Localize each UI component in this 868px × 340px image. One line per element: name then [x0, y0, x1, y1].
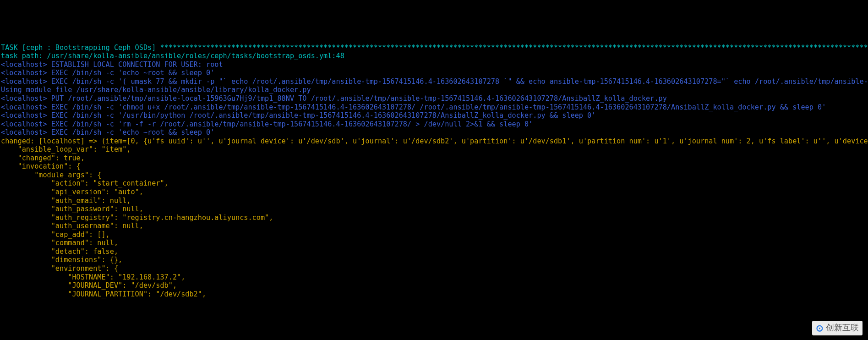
result-line: "dimensions": {},: [1, 256, 122, 264]
result-line: "environment": {: [1, 264, 118, 273]
result-line: "changed": true,: [1, 154, 85, 162]
log-line: <localhost> ESTABLISH LOCAL CONNECTION F…: [1, 60, 223, 69]
result-line: "command": null,: [1, 239, 118, 247]
log-line: <localhost> PUT /root/.ansible/tmp/ansib…: [1, 94, 667, 103]
result-line: "invocation": {: [1, 162, 81, 170]
log-line: <localhost> EXEC /bin/sh -c 'echo ~root …: [1, 69, 214, 77]
log-line: Using module file /usr/share/kolla-ansib…: [1, 86, 311, 94]
result-line: "auth_username": null,: [1, 222, 143, 230]
result-line: "cap_add": [],: [1, 230, 110, 239]
task-header-prefix: TASK [ceph : Bootstrapping Ceph OSDs]: [1, 44, 160, 52]
log-line: <localhost> EXEC /bin/sh -c 'rm -f -r /r…: [1, 120, 533, 128]
result-line: "ansible_loop_var": "item",: [1, 145, 131, 154]
result-line: "JOURNAL_PARTITION": "/dev/sdb2",: [1, 290, 206, 298]
result-line: "action": "start_container",: [1, 179, 169, 187]
result-line: "detach": false,: [1, 247, 118, 256]
result-line: "api_version": "auto",: [1, 188, 143, 196]
result-line: "JOURNAL_DEV": "/dev/sdb",: [1, 281, 177, 290]
watermark-badge: ⊙ 创新互联: [812, 321, 863, 335]
log-line: <localhost> EXEC /bin/sh -c 'echo ~root …: [1, 128, 214, 137]
result-line: "auth_password": null,: [1, 205, 143, 213]
result-line: "auth_registry": "registry.cn-hangzhou.a…: [1, 214, 273, 222]
task-header-line: TASK [ceph : Bootstrapping Ceph OSDs] **…: [1, 44, 868, 52]
terminal-output[interactable]: TASK [ceph : Bootstrapping Ceph OSDs] **…: [0, 43, 868, 299]
watermark-logo-icon: ⊙: [816, 323, 824, 334]
watermark-text: 创新互联: [826, 323, 859, 333]
result-line: "module_args": {: [1, 171, 101, 179]
result-line: "HOSTNAME": "192.168.137.2",: [1, 273, 185, 281]
changed-header: changed: [localhost] => (item=[0, {u'fs_…: [1, 137, 868, 145]
result-line: "auth_email": null,: [1, 197, 131, 205]
task-path-line: task path: /usr/share/kolla-ansible/ansi…: [1, 52, 344, 60]
log-line: <localhost> EXEC /bin/sh -c '/usr/bin/py…: [1, 111, 595, 120]
log-line: <localhost> EXEC /bin/sh -c 'chmod u+x /…: [1, 103, 826, 111]
log-line: <localhost> EXEC /bin/sh -c '( umask 77 …: [1, 77, 868, 86]
task-header-stars: ****************************************…: [160, 44, 868, 52]
